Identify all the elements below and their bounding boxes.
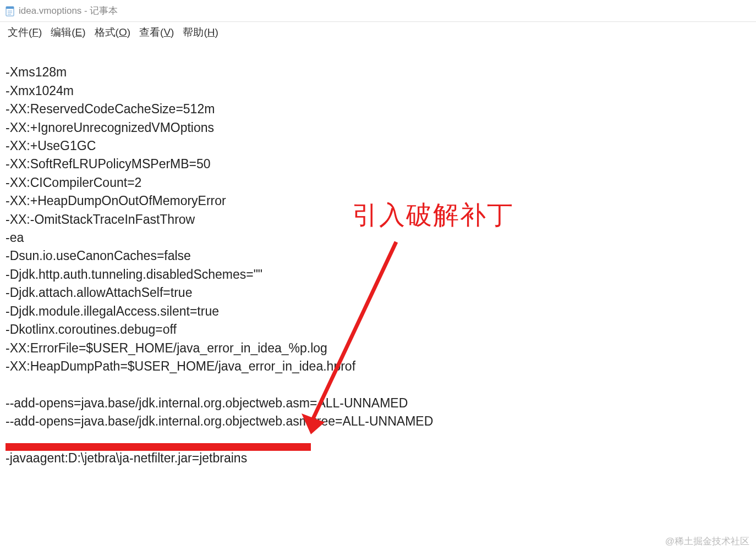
content-line: -Xms128m — [6, 63, 750, 81]
annotation-label: 引入破解补丁 — [352, 198, 514, 233]
menu-file[interactable]: 文件(F) — [4, 24, 45, 41]
content-line: -javaagent:D:\jetbra\ja-netfilter.jar=je… — [6, 449, 750, 467]
annotation-underline — [6, 443, 311, 451]
window-title: idea.vmoptions - 记事本 — [19, 4, 118, 17]
menu-view[interactable]: 查看(V) — [136, 24, 177, 41]
menubar: 文件(F) 编辑(E) 格式(O) 查看(V) 帮助(H) — [0, 22, 756, 42]
content-line: -XX:+UseG1GC — [6, 137, 750, 155]
content-line: --add-opens=java.base/jdk.internal.org.o… — [6, 394, 750, 412]
content-line: -Dkotlinx.coroutines.debug=off — [6, 321, 750, 339]
content-line: -Xmx1024m — [6, 82, 750, 100]
content-line — [6, 376, 750, 394]
content-line: --add-opens=java.base/jdk.internal.org.o… — [6, 412, 750, 430]
content-line: -Djdk.http.auth.tunneling.disabledScheme… — [6, 266, 750, 284]
content-line: -Djdk.module.illegalAccess.silent=true — [6, 302, 750, 321]
content-line: -Djdk.attach.allowAttachSelf=true — [6, 284, 750, 302]
content-line: -XX:ErrorFile=$USER_HOME/java_error_in_i… — [6, 339, 750, 357]
menu-edit[interactable]: 编辑(E) — [47, 24, 89, 41]
content-line: -XX:ReservedCodeCacheSize=512m — [6, 100, 750, 118]
menu-help[interactable]: 帮助(H) — [179, 24, 221, 41]
content-line: -XX:HeapDumpPath=$USER_HOME/java_error_i… — [6, 357, 750, 376]
content-line: -XX:SoftRefLRUPolicyMSPerMB=50 — [6, 155, 750, 173]
content-line: -XX:CICompilerCount=2 — [6, 174, 750, 192]
titlebar: idea.vmoptions - 记事本 — [0, 0, 756, 22]
content-line: -XX:+IgnoreUnrecognizedVMOptions — [6, 119, 750, 137]
content-line: -Dsun.io.useCanonCaches=false — [6, 247, 750, 265]
svg-rect-1 — [6, 7, 14, 9]
editor-content[interactable]: -Xms128m-Xmx1024m-XX:ReservedCodeCacheSi… — [0, 42, 756, 471]
watermark: @稀土掘金技术社区 — [665, 535, 749, 548]
notepad-icon — [4, 5, 15, 16]
menu-format[interactable]: 格式(O) — [91, 24, 134, 41]
